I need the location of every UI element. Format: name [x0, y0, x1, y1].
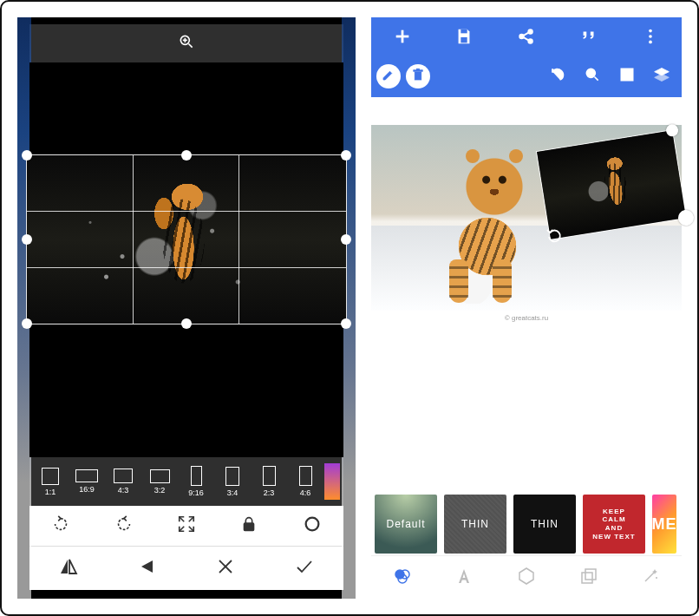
rotate-right-icon[interactable]	[114, 514, 134, 537]
svg-marker-10	[61, 560, 68, 573]
svg-line-1	[189, 44, 193, 48]
shapes-tab[interactable]	[516, 566, 537, 590]
svg-rect-45	[585, 569, 596, 580]
delete-button[interactable]	[406, 64, 430, 88]
crop-canvas[interactable]	[29, 62, 343, 457]
save-icon[interactable]	[454, 27, 474, 49]
svg-point-48	[656, 577, 657, 579]
crop-frame[interactable]	[26, 154, 347, 324]
style-keep-calm[interactable]: KEEP CALM AND NEW TEXT	[583, 495, 645, 554]
ratio-1-1[interactable]: 1:1	[33, 468, 68, 496]
secondary-toolbar	[371, 59, 682, 97]
hexagon-icon	[516, 574, 537, 589]
style-thin-black[interactable]: THIN	[513, 495, 576, 554]
more-vert-icon[interactable]	[641, 27, 660, 49]
expand-icon[interactable]	[177, 514, 196, 537]
top-toolbar	[371, 17, 682, 59]
svg-point-25	[649, 35, 652, 38]
overlay-rotate-handle[interactable]	[544, 225, 565, 246]
svg-rect-17	[461, 29, 467, 34]
image-credit: © greatcats.ru	[371, 314, 682, 322]
back-icon[interactable]	[137, 556, 158, 580]
grid-button[interactable]	[612, 66, 642, 87]
edit-button[interactable]	[376, 64, 401, 88]
svg-rect-29	[417, 69, 420, 70]
crop-handle-tr[interactable]	[341, 150, 351, 161]
svg-line-22	[523, 32, 528, 36]
crop-bottom-bar	[29, 547, 343, 590]
editor-canvas[interactable]: © greatcats.ru Default THIN THIN KEEP CA…	[371, 97, 682, 599]
text-icon	[454, 574, 474, 589]
svg-marker-44	[519, 568, 533, 584]
ratio-4-3[interactable]: 4:3	[106, 469, 140, 495]
crop-handle-mr[interactable]	[341, 234, 351, 245]
style-default[interactable]: Default	[375, 495, 437, 554]
undo-button[interactable]	[543, 66, 572, 87]
effects-tab[interactable]	[640, 566, 661, 590]
trash-icon	[410, 67, 426, 86]
overlay-image[interactable]	[537, 130, 686, 239]
crop-handle-bl[interactable]	[22, 318, 32, 329]
svg-rect-18	[461, 37, 467, 43]
svg-marker-11	[69, 560, 76, 573]
magnify-bar[interactable]	[29, 24, 343, 62]
ratio-9-16[interactable]: 9:16	[179, 466, 213, 497]
bottom-tab-bar	[371, 555, 682, 599]
svg-line-23	[523, 37, 528, 41]
crop-handle-tm[interactable]	[181, 150, 192, 161]
grid-icon	[618, 66, 636, 87]
ratio-3-2[interactable]: 3:2	[142, 469, 177, 495]
ratio-2-3[interactable]: 2:3	[252, 466, 286, 497]
svg-point-24	[649, 29, 652, 33]
undo-icon	[549, 66, 566, 87]
filters-tab[interactable]	[392, 566, 413, 590]
rotate-left-icon[interactable]	[51, 514, 70, 537]
svg-point-26	[649, 41, 652, 44]
svg-marker-12	[141, 560, 153, 573]
close-icon[interactable]	[215, 556, 236, 580]
svg-rect-46	[582, 573, 592, 583]
pencil-icon	[381, 67, 396, 86]
svg-rect-27	[415, 72, 421, 80]
zoom-in-icon	[178, 33, 195, 54]
layers-icon	[653, 66, 670, 87]
svg-rect-8	[245, 523, 254, 530]
plus-icon[interactable]	[393, 27, 412, 49]
svg-line-47	[645, 573, 654, 581]
aspect-ratio-strip: 1:1 16:9 4:3 3:2 9:16 3:4 2:3 4:6	[29, 457, 343, 506]
collage-editor-screen: © greatcats.ru Default THIN THIN KEEP CA…	[371, 17, 682, 599]
ratio-4-6[interactable]: 4:6	[288, 466, 323, 497]
style-gradient[interactable]: ME	[652, 495, 676, 554]
svg-rect-16	[395, 36, 408, 38]
stack-tab[interactable]	[578, 566, 599, 590]
stack-icon	[578, 574, 599, 589]
base-image[interactable]	[371, 125, 682, 311]
lock-icon[interactable]	[239, 514, 258, 537]
share-icon[interactable]	[517, 27, 536, 49]
crop-action-row	[29, 506, 343, 546]
flip-horizontal-icon[interactable]	[58, 556, 79, 580]
circle-icon[interactable]	[303, 514, 322, 537]
text-tab[interactable]	[454, 566, 474, 590]
zoom-in-icon	[584, 66, 601, 87]
layers-button[interactable]	[647, 66, 676, 87]
crop-handle-ml[interactable]	[22, 234, 32, 245]
quote-icon[interactable]	[579, 27, 598, 49]
crop-handle-br[interactable]	[341, 318, 351, 329]
filters-icon	[392, 574, 413, 589]
svg-rect-34	[621, 69, 632, 80]
crop-handle-tl[interactable]	[22, 150, 32, 161]
style-thin-grey[interactable]: THIN	[444, 495, 506, 554]
overlay-handle-tr[interactable]	[665, 123, 679, 137]
text-style-strip[interactable]: Default THIN THIN KEEP CALM AND NEW TEXT…	[371, 493, 682, 555]
svg-line-31	[595, 77, 598, 81]
check-icon[interactable]	[294, 556, 315, 580]
crop-editor-screen: 1:1 16:9 4:3 3:2 9:16 3:4 2:3 4:6	[17, 17, 356, 599]
ratio-16-9[interactable]: 16:9	[69, 469, 104, 494]
ratio-3-4[interactable]: 3:4	[215, 467, 250, 497]
wand-icon	[640, 574, 661, 589]
ratio-strip-decoration	[324, 463, 340, 500]
overlay-handle-br[interactable]	[677, 209, 696, 227]
crop-handle-bm[interactable]	[181, 318, 192, 329]
zoom-button[interactable]	[578, 66, 607, 87]
